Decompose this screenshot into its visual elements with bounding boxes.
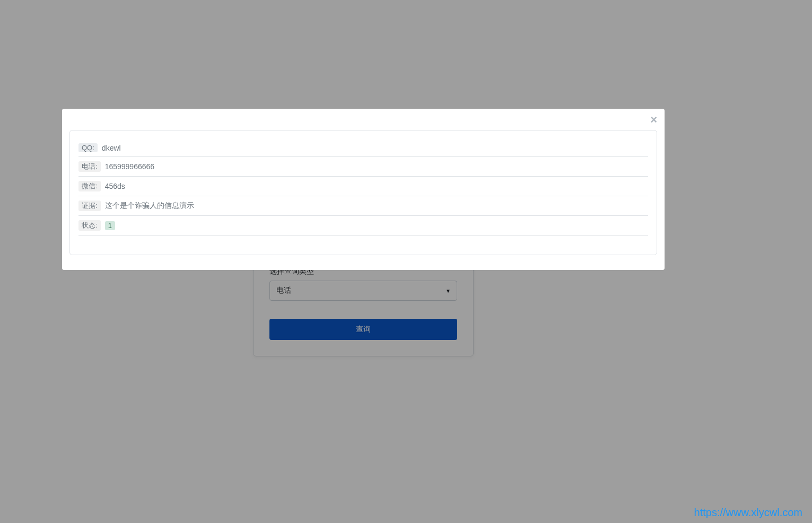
info-label-phone: 电话: — [78, 161, 101, 172]
close-icon[interactable]: × — [650, 114, 657, 126]
watermark-link[interactable]: https://www.xlycwl.com — [694, 507, 802, 519]
info-value-wechat: 456ds — [105, 182, 125, 190]
info-label-evidence: 证据: — [78, 201, 101, 211]
info-value-evidence: 这个是个诈骗人的信息演示 — [105, 201, 194, 211]
info-label-status: 状态: — [78, 220, 101, 231]
result-modal: × QQ: dkewl 电话: 165999966666 微信: 456ds 证… — [62, 109, 665, 270]
info-list: QQ: dkewl 电话: 165999966666 微信: 456ds 证据:… — [78, 139, 648, 236]
info-value-status: 1 — [105, 221, 115, 230]
info-label-wechat: 微信: — [78, 181, 101, 191]
info-row-status: 状态: 1 — [78, 216, 648, 236]
info-row-qq: QQ: dkewl — [78, 139, 648, 157]
info-value-qq: dkewl — [102, 144, 121, 152]
result-card: QQ: dkewl 电话: 165999966666 微信: 456ds 证据:… — [69, 130, 657, 255]
info-row-evidence: 证据: 这个是个诈骗人的信息演示 — [78, 196, 648, 216]
info-label-qq: QQ: — [78, 143, 98, 152]
info-value-phone: 165999966666 — [105, 162, 154, 171]
info-row-phone: 电话: 165999966666 — [78, 157, 648, 177]
info-row-wechat: 微信: 456ds — [78, 177, 648, 196]
